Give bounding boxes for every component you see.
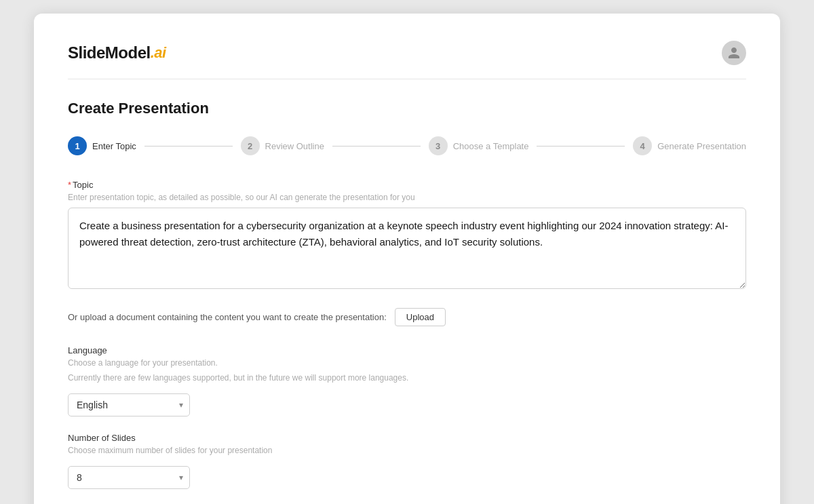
- user-avatar-button[interactable]: [722, 41, 746, 65]
- logo-ai: .ai: [151, 44, 166, 62]
- step-1-label: Enter Topic: [92, 141, 136, 151]
- topic-label: *Topic: [68, 180, 746, 190]
- step-1: 1 Enter Topic: [68, 136, 136, 155]
- slides-select-wrapper: 4 6 8 10 12 15 20 ▾: [68, 466, 190, 489]
- step-3-circle: 3: [429, 136, 448, 155]
- topic-field-group: *Topic Enter presentation topic, as deta…: [68, 180, 746, 292]
- step-line-3: [537, 146, 625, 147]
- upload-row: Or upload a document containing the cont…: [68, 308, 746, 326]
- main-card: SlideModel.ai Create Presentation 1 Ente…: [34, 14, 780, 504]
- logo: SlideModel.ai: [68, 43, 166, 62]
- step-4-circle: 4: [633, 136, 652, 155]
- language-hint1: Choose a language for your presentation.: [68, 358, 746, 368]
- step-3-label: Choose a Template: [453, 141, 529, 151]
- language-hint2: Currently there are few languages suppor…: [68, 373, 746, 383]
- upload-button[interactable]: Upload: [395, 308, 446, 326]
- steps-bar: 1 Enter Topic 2 Review Outline 3 Choose …: [68, 136, 746, 155]
- language-select[interactable]: English Spanish French German Portuguese: [68, 393, 190, 416]
- step-4-label: Generate Presentation: [657, 141, 746, 151]
- step-3: 3 Choose a Template: [429, 136, 529, 155]
- topic-hint: Enter presentation topic, as detailed as…: [68, 193, 746, 202]
- step-2: 2 Review Outline: [241, 136, 324, 155]
- user-icon: [727, 46, 741, 60]
- language-field-group: Language Choose a language for your pres…: [68, 345, 746, 416]
- logo-text: SlideModel: [68, 43, 151, 62]
- header: SlideModel.ai: [68, 41, 746, 79]
- step-2-label: Review Outline: [265, 141, 324, 151]
- step-2-circle: 2: [241, 136, 260, 155]
- slides-label: Number of Slides: [68, 433, 746, 443]
- step-4: 4 Generate Presentation: [633, 136, 746, 155]
- slides-select[interactable]: 4 6 8 10 12 15 20: [68, 466, 190, 489]
- step-line-1: [144, 146, 233, 147]
- page-title: Create Presentation: [68, 100, 746, 117]
- step-line-2: [332, 146, 421, 147]
- language-label: Language: [68, 345, 746, 355]
- slides-field-group: Number of Slides Choose maximum number o…: [68, 433, 746, 489]
- step-1-circle: 1: [68, 136, 87, 155]
- slides-hint: Choose maximum number of slides for your…: [68, 446, 746, 455]
- language-select-wrapper: English Spanish French German Portuguese…: [68, 393, 190, 416]
- upload-description: Or upload a document containing the cont…: [68, 312, 387, 322]
- topic-input[interactable]: Create a business presentation for a cyb…: [68, 208, 746, 289]
